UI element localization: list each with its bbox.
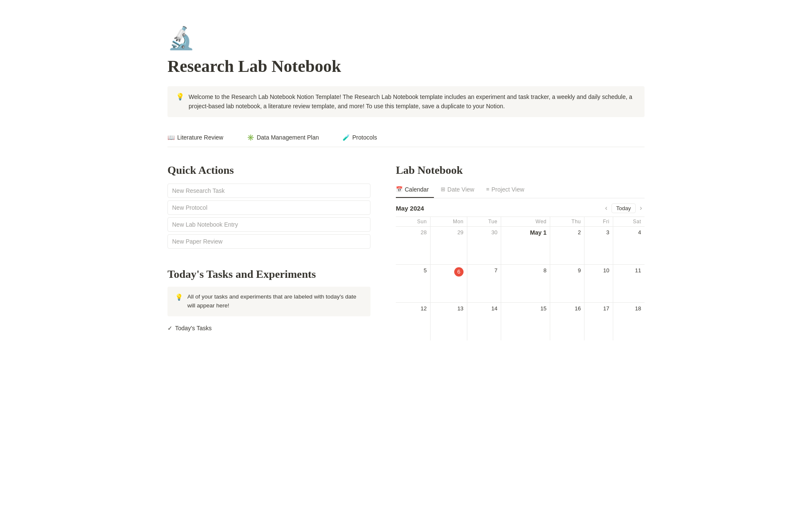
nav-link-data-management[interactable]: ✳️ Data Management Plan bbox=[247, 131, 329, 147]
day-header-sat: Sat bbox=[613, 217, 645, 226]
view-tabs: 📅 Calendar ⊞ Date View ≡ Project View bbox=[396, 184, 645, 198]
calendar-wrapper: May 2024 ‹ Today › Sun Mon Tue Wed bbox=[396, 198, 645, 341]
tab-calendar[interactable]: 📅 Calendar bbox=[396, 184, 434, 198]
calendar-today-button[interactable]: Today bbox=[612, 203, 636, 213]
day-header-mon: Mon bbox=[431, 217, 467, 226]
tasks-banner-text: All of your tasks and experiments that a… bbox=[187, 293, 363, 310]
quick-actions-list: New Research Task New Protocol New Lab N… bbox=[167, 184, 370, 251]
day-header-wed: Wed bbox=[501, 217, 550, 226]
info-banner: 💡 Welcome to the Research Lab Notebook N… bbox=[167, 86, 645, 117]
tasks-section: Today's Tasks and Experiments 💡 All of y… bbox=[167, 268, 370, 333]
grid-icon: ⊞ bbox=[441, 186, 445, 192]
nav-link-label-data-management: Data Management Plan bbox=[257, 134, 319, 141]
info-banner-text: Welcome to the Research Lab Notebook Not… bbox=[189, 92, 636, 111]
calendar-cell[interactable]: 13 bbox=[431, 302, 467, 340]
calendar-week-2: 5 6 7 8 9 10 11 bbox=[396, 264, 645, 302]
tasks-title: Today's Tasks and Experiments bbox=[167, 268, 370, 281]
calendar-cell[interactable]: 11 bbox=[613, 264, 645, 302]
page-icon: 🔬 bbox=[167, 25, 645, 51]
calendar-cell[interactable]: 8 bbox=[501, 264, 550, 302]
calendar-header: May 2024 ‹ Today › bbox=[396, 198, 645, 217]
calendar-cell[interactable]: 28 bbox=[396, 226, 431, 264]
calendar-cell[interactable]: 17 bbox=[584, 302, 613, 340]
today-tasks-link[interactable]: ✓ Today's Tasks bbox=[167, 323, 370, 333]
bulb-icon: 💡 bbox=[176, 93, 184, 101]
calendar-cell-today[interactable]: 6 bbox=[431, 264, 467, 302]
calendar-prev-button[interactable]: ‹ bbox=[603, 203, 610, 213]
two-col-layout: Quick Actions New Research Task New Prot… bbox=[167, 164, 645, 341]
page-container: 🔬 Research Lab Notebook 💡 Welcome to the… bbox=[127, 0, 685, 366]
quick-action-new-lab-notebook-entry[interactable]: New Lab Notebook Entry bbox=[167, 217, 370, 232]
quick-action-new-research-task[interactable]: New Research Task bbox=[167, 184, 370, 198]
calendar-next-button[interactable]: › bbox=[637, 203, 645, 213]
calendar-grid: Sun Mon Tue Wed Thu Fri Sat 28 bbox=[396, 217, 645, 341]
calendar-cell[interactable]: 7 bbox=[467, 264, 501, 302]
quick-action-new-protocol[interactable]: New Protocol bbox=[167, 200, 370, 215]
day-header-thu: Thu bbox=[550, 217, 584, 226]
tab-project-view-label: Project View bbox=[491, 186, 524, 193]
page-title: Research Lab Notebook bbox=[167, 56, 645, 76]
calendar-cell[interactable]: 18 bbox=[613, 302, 645, 340]
nav-link-label-protocols: Protocols bbox=[352, 134, 377, 141]
calendar-cell[interactable]: May 1 bbox=[501, 226, 550, 264]
calendar-cell[interactable]: 12 bbox=[396, 302, 431, 340]
day-header-sun: Sun bbox=[396, 217, 431, 226]
calendar-cell[interactable]: 10 bbox=[584, 264, 613, 302]
calendar-cell[interactable]: 3 bbox=[584, 226, 613, 264]
check-icon: ✓ bbox=[167, 325, 173, 332]
calendar-cell[interactable]: 30 bbox=[467, 226, 501, 264]
calendar-nav: ‹ Today › bbox=[603, 203, 645, 213]
day-header-tue: Tue bbox=[467, 217, 501, 226]
tab-date-view[interactable]: ⊞ Date View bbox=[441, 184, 480, 198]
calendar-week-1: 28 29 30 May 1 2 3 4 bbox=[396, 226, 645, 264]
flask-icon: 🧪 bbox=[343, 134, 350, 141]
calendar-cell[interactable]: 29 bbox=[431, 226, 467, 264]
calendar-cell[interactable]: 2 bbox=[550, 226, 584, 264]
list-icon: ≡ bbox=[486, 186, 489, 192]
nav-link-literature-review[interactable]: 📖 Literature Review bbox=[167, 131, 233, 147]
tab-calendar-label: Calendar bbox=[405, 186, 429, 193]
quick-actions-title: Quick Actions bbox=[167, 164, 370, 177]
nav-link-protocols[interactable]: 🧪 Protocols bbox=[343, 131, 387, 147]
tab-date-view-label: Date View bbox=[447, 186, 475, 193]
tab-project-view[interactable]: ≡ Project View bbox=[486, 184, 529, 198]
calendar-week-3: 12 13 14 15 16 17 18 bbox=[396, 302, 645, 340]
calendar-cell[interactable]: 15 bbox=[501, 302, 550, 340]
tasks-bulb-icon: 💡 bbox=[175, 293, 183, 301]
left-column: Quick Actions New Research Task New Prot… bbox=[167, 164, 370, 333]
calendar-cell[interactable]: 4 bbox=[613, 226, 645, 264]
calendar-cell[interactable]: 5 bbox=[396, 264, 431, 302]
quick-actions-section: Quick Actions New Research Task New Prot… bbox=[167, 164, 370, 251]
today-tasks-label: Today's Tasks bbox=[175, 325, 211, 332]
calendar-cell[interactable]: 16 bbox=[550, 302, 584, 340]
quick-action-new-paper-review[interactable]: New Paper Review bbox=[167, 234, 370, 249]
calendar-cell[interactable]: 14 bbox=[467, 302, 501, 340]
nav-link-label-literature-review: Literature Review bbox=[177, 134, 223, 141]
right-column: Lab Notebook 📅 Calendar ⊞ Date View ≡ Pr… bbox=[396, 164, 645, 341]
book-icon: 📖 bbox=[167, 134, 175, 141]
tasks-banner: 💡 All of your tasks and experiments that… bbox=[167, 287, 370, 316]
sparkle-icon: ✳️ bbox=[247, 134, 254, 141]
calendar-icon: 📅 bbox=[396, 186, 403, 192]
day-header-fri: Fri bbox=[584, 217, 613, 226]
calendar-cell[interactable]: 9 bbox=[550, 264, 584, 302]
calendar-month: May 2024 bbox=[396, 205, 424, 212]
lab-notebook-title: Lab Notebook bbox=[396, 164, 645, 177]
nav-links: 📖 Literature Review ✳️ Data Management P… bbox=[167, 131, 645, 147]
calendar-header-row: Sun Mon Tue Wed Thu Fri Sat bbox=[396, 217, 645, 226]
